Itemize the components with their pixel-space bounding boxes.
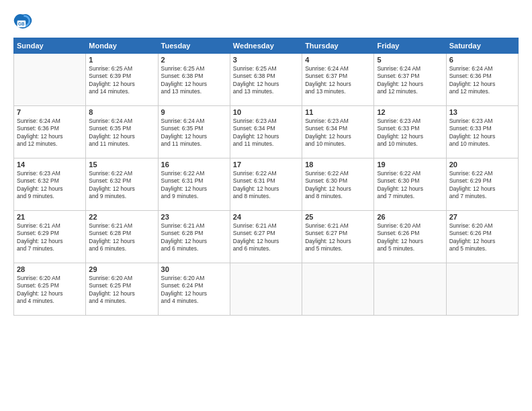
calendar-cell: 18Sunrise: 6:22 AM Sunset: 6:30 PM Dayli… [302,158,374,211]
day-info: Sunrise: 6:22 AM Sunset: 6:29 PM Dayligh… [449,170,515,201]
day-number: 24 [233,213,299,221]
day-info: Sunrise: 6:24 AM Sunset: 6:37 PM Dayligh… [305,65,371,96]
day-info: Sunrise: 6:24 AM Sunset: 6:35 PM Dayligh… [161,118,227,148]
calendar-cell: 19Sunrise: 6:22 AM Sunset: 6:30 PM Dayli… [374,158,446,211]
calendar-cell [230,263,302,316]
day-number: 26 [377,213,443,221]
day-number: 2 [161,56,227,64]
day-number: 22 [89,213,154,221]
calendar-cell: 25Sunrise: 6:21 AM Sunset: 6:27 PM Dayli… [302,211,374,263]
day-number: 21 [17,213,83,221]
calendar-cell: 23Sunrise: 6:21 AM Sunset: 6:28 PM Dayli… [158,211,230,263]
day-number: 18 [305,161,371,169]
day-number: 27 [449,213,515,221]
day-info: Sunrise: 6:20 AM Sunset: 6:26 PM Dayligh… [377,222,443,253]
calendar-cell: 29Sunrise: 6:20 AM Sunset: 6:25 PM Dayli… [86,263,158,316]
day-info: Sunrise: 6:20 AM Sunset: 6:26 PM Dayligh… [449,222,515,253]
day-number: 28 [17,265,83,273]
header-day-thursday: Thursday [302,38,374,54]
day-info: Sunrise: 6:21 AM Sunset: 6:27 PM Dayligh… [305,222,371,253]
day-info: Sunrise: 6:22 AM Sunset: 6:31 PM Dayligh… [233,170,299,201]
calendar-cell: 13Sunrise: 6:23 AM Sunset: 6:33 PM Dayli… [446,106,518,158]
day-info: Sunrise: 6:23 AM Sunset: 6:32 PM Dayligh… [17,170,83,201]
calendar-cell: 7Sunrise: 6:24 AM Sunset: 6:36 PM Daylig… [14,106,86,158]
calendar-cell: 10Sunrise: 6:23 AM Sunset: 6:34 PM Dayli… [230,106,302,158]
day-number: 10 [233,108,299,116]
day-number: 8 [89,108,154,116]
day-info: Sunrise: 6:21 AM Sunset: 6:29 PM Dayligh… [17,222,83,253]
day-number: 23 [161,213,227,221]
calendar-cell [14,54,86,106]
day-info: Sunrise: 6:22 AM Sunset: 6:32 PM Dayligh… [89,170,154,201]
day-number: 12 [377,108,443,116]
day-info: Sunrise: 6:23 AM Sunset: 6:33 PM Dayligh… [377,118,443,148]
calendar-cell [374,263,446,316]
calendar-week-5: 28Sunrise: 6:20 AM Sunset: 6:25 PM Dayli… [14,263,519,316]
calendar-week-1: 1Sunrise: 6:25 AM Sunset: 6:39 PM Daylig… [14,54,519,106]
calendar-cell: 6Sunrise: 6:24 AM Sunset: 6:36 PM Daylig… [446,54,518,106]
day-info: Sunrise: 6:24 AM Sunset: 6:37 PM Dayligh… [377,65,443,96]
day-number: 4 [305,56,371,64]
day-info: Sunrise: 6:20 AM Sunset: 6:25 PM Dayligh… [89,275,154,306]
calendar-cell: 2Sunrise: 6:25 AM Sunset: 6:38 PM Daylig… [158,54,230,106]
calendar-week-2: 7Sunrise: 6:24 AM Sunset: 6:36 PM Daylig… [14,106,519,158]
day-number: 15 [89,161,154,169]
calendar-page: GB SundayMondayTuesdayWednesdayThursdayF… [0,0,532,411]
calendar-cell: 9Sunrise: 6:24 AM Sunset: 6:35 PM Daylig… [158,106,230,158]
day-number: 5 [377,56,443,64]
day-number: 3 [233,56,299,64]
day-number: 13 [449,108,515,116]
day-number: 30 [161,265,227,273]
day-info: Sunrise: 6:23 AM Sunset: 6:34 PM Dayligh… [233,118,299,148]
day-number: 14 [17,161,83,169]
calendar-cell: 4Sunrise: 6:24 AM Sunset: 6:37 PM Daylig… [302,54,374,106]
calendar-cell: 30Sunrise: 6:20 AM Sunset: 6:24 PM Dayli… [158,263,230,316]
calendar-cell: 26Sunrise: 6:20 AM Sunset: 6:26 PM Dayli… [374,211,446,263]
day-number: 6 [449,56,515,64]
day-number: 1 [89,56,154,64]
calendar-cell: 22Sunrise: 6:21 AM Sunset: 6:28 PM Dayli… [86,211,158,263]
calendar-cell: 15Sunrise: 6:22 AM Sunset: 6:32 PM Dayli… [86,158,158,211]
day-info: Sunrise: 6:23 AM Sunset: 6:34 PM Dayligh… [305,118,371,148]
day-number: 9 [161,108,227,116]
header-day-friday: Friday [374,38,446,54]
logo-icon: GB [13,12,32,31]
calendar-header-row: SundayMondayTuesdayWednesdayThursdayFrid… [14,38,519,54]
day-number: 25 [305,213,371,221]
calendar-cell: 20Sunrise: 6:22 AM Sunset: 6:29 PM Dayli… [446,158,518,211]
day-info: Sunrise: 6:24 AM Sunset: 6:36 PM Dayligh… [449,65,515,96]
day-info: Sunrise: 6:25 AM Sunset: 6:39 PM Dayligh… [89,65,154,96]
calendar-cell: 1Sunrise: 6:25 AM Sunset: 6:39 PM Daylig… [86,54,158,106]
day-info: Sunrise: 6:21 AM Sunset: 6:27 PM Dayligh… [233,222,299,253]
day-number: 29 [89,265,154,273]
logo: GB [13,12,35,31]
calendar-week-3: 14Sunrise: 6:23 AM Sunset: 6:32 PM Dayli… [14,158,519,211]
day-info: Sunrise: 6:23 AM Sunset: 6:33 PM Dayligh… [449,118,515,148]
calendar-cell: 8Sunrise: 6:24 AM Sunset: 6:35 PM Daylig… [86,106,158,158]
calendar-cell: 17Sunrise: 6:22 AM Sunset: 6:31 PM Dayli… [230,158,302,211]
day-info: Sunrise: 6:22 AM Sunset: 6:30 PM Dayligh… [377,170,443,201]
calendar-cell: 5Sunrise: 6:24 AM Sunset: 6:37 PM Daylig… [374,54,446,106]
day-number: 16 [161,161,227,169]
calendar-cell: 27Sunrise: 6:20 AM Sunset: 6:26 PM Dayli… [446,211,518,263]
day-info: Sunrise: 6:22 AM Sunset: 6:30 PM Dayligh… [305,170,371,201]
calendar-cell: 28Sunrise: 6:20 AM Sunset: 6:25 PM Dayli… [14,263,86,316]
day-info: Sunrise: 6:20 AM Sunset: 6:25 PM Dayligh… [17,275,83,306]
day-info: Sunrise: 6:20 AM Sunset: 6:24 PM Dayligh… [161,275,227,306]
calendar-cell: 14Sunrise: 6:23 AM Sunset: 6:32 PM Dayli… [14,158,86,211]
header: GB [13,12,519,31]
calendar-cell [446,263,518,316]
calendar-cell: 3Sunrise: 6:25 AM Sunset: 6:38 PM Daylig… [230,54,302,106]
calendar-table: SundayMondayTuesdayWednesdayThursdayFrid… [13,38,519,316]
day-info: Sunrise: 6:21 AM Sunset: 6:28 PM Dayligh… [161,222,227,253]
header-day-monday: Monday [86,38,158,54]
day-info: Sunrise: 6:24 AM Sunset: 6:36 PM Dayligh… [17,118,83,148]
day-number: 19 [377,161,443,169]
day-info: Sunrise: 6:24 AM Sunset: 6:35 PM Dayligh… [89,118,154,148]
day-number: 11 [305,108,371,116]
calendar-cell: 12Sunrise: 6:23 AM Sunset: 6:33 PM Dayli… [374,106,446,158]
header-day-tuesday: Tuesday [158,38,230,54]
day-info: Sunrise: 6:25 AM Sunset: 6:38 PM Dayligh… [161,65,227,96]
svg-text:GB: GB [18,21,25,26]
day-number: 20 [449,161,515,169]
